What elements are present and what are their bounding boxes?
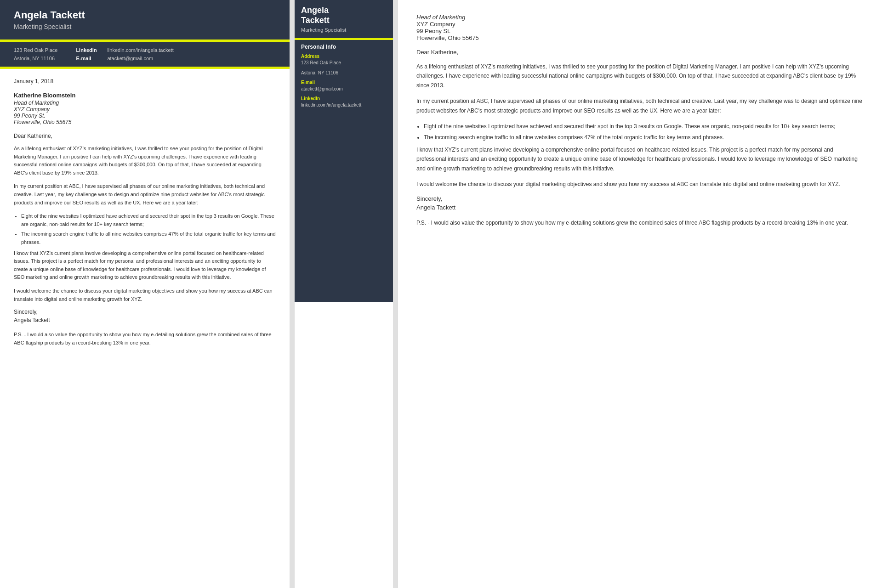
cover-bullet-2: The incoming search engine traffic to al… — [424, 133, 864, 142]
ps-text: P.S. - I would also value the opportunit… — [14, 331, 276, 347]
recipient-title: Head of Marketing — [14, 100, 276, 106]
cover-signature: Angela Tackett — [416, 204, 864, 211]
contact-address-line1: 123 Red Oak Place — [14, 47, 57, 53]
email-label: E-mail — [301, 80, 387, 85]
cover-letter-panel: Head of Marketing XYZ Company 99 Peony S… — [398, 0, 882, 588]
recipient-company: XYZ Company — [14, 106, 276, 113]
resume-contact-bar: 123 Red Oak Place Astoria, NY 11106 Link… — [0, 42, 290, 69]
paragraph-2: In my current position at ABC, I have su… — [14, 182, 276, 207]
resume-middle-panel: Angela Tackett Marketing Specialist Pers… — [294, 0, 393, 588]
contact-email: E-mail atackett@gmail.com — [76, 56, 173, 61]
middle-name-line2: Tackett — [301, 16, 387, 26]
recipient-block: Katherine Bloomstein Head of Marketing X… — [14, 92, 276, 125]
cover-ps: P.S. - I would also value the opportunit… — [416, 218, 864, 227]
address-value1: 123 Red Oak Place — [301, 60, 387, 66]
bullet-item-1: Eight of the nine websites I optimized h… — [21, 212, 276, 228]
signature: Angela Tackett — [14, 317, 276, 323]
resume-name: Angela Tackett — [0, 9, 276, 21]
personal-info-block: Personal Info Address 123 Red Oak Place … — [295, 40, 393, 119]
recipient-address1: 99 Peony St. — [14, 113, 276, 119]
recipient-name: Katherine Bloomstein — [14, 92, 276, 99]
cover-recipient-address2: Flowerville, Ohio 55675 — [416, 34, 864, 41]
middle-dark-photo-section — [295, 119, 393, 302]
letter-date: January 1, 2018 — [14, 78, 276, 85]
cover-paragraph-1: As a lifelong enthusiast of XYZ's market… — [416, 62, 864, 90]
email-label: E-mail — [76, 56, 103, 61]
cover-recipient-address1: 99 Peony St. — [416, 28, 864, 34]
cover-bullet-1: Eight of the nine websites I optimized h… — [424, 122, 864, 131]
paragraph-4: I would welcome the chance to discuss yo… — [14, 287, 276, 303]
resume-left-panel: Angela Tackett Marketing Specialist 123 … — [0, 0, 290, 588]
gap-1 — [290, 0, 294, 588]
contact-links-col: LinkedIn linkedin.com/in/angela.tackett … — [76, 47, 173, 61]
linkedin-value: linkedin.com/in/angela.tackett — [301, 102, 387, 108]
middle-name-line1: Angela — [301, 6, 387, 16]
email-value: atackett@gmail.com — [107, 56, 153, 61]
recipient-address2: Flowerville, Ohio 55675 — [14, 119, 276, 125]
linkedin-value: linkedin.com/in/angela.tackett — [107, 47, 173, 53]
linkedin-label: LinkedIn — [301, 96, 387, 101]
cover-recipient-name: Head of Marketing — [416, 14, 864, 21]
cover-recipient-company: XYZ Company — [416, 21, 864, 28]
cover-paragraph-2: In my current position at ABC, I have su… — [416, 96, 864, 115]
gap-2 — [393, 0, 398, 588]
personal-info-title: Personal Info — [301, 44, 387, 50]
paragraph-1: As a lifelong enthusiast of XYZ's market… — [14, 145, 276, 177]
cover-paragraph-4: I would welcome the chance to discuss yo… — [416, 180, 864, 189]
cover-closing: Sincerely, — [416, 195, 864, 202]
paragraph-3: I know that XYZ's current plans involve … — [14, 249, 276, 282]
middle-name: Angela Tackett — [301, 6, 387, 25]
salutation: Dear Katherine, — [14, 133, 276, 139]
middle-title: Marketing Specialist — [301, 27, 387, 33]
contact-linkedin: LinkedIn linkedin.com/in/angela.tackett — [76, 47, 173, 53]
contact-address-col: 123 Red Oak Place Astoria, NY 11106 — [14, 47, 57, 61]
bullet-item-2: The incoming search engine traffic to al… — [21, 230, 276, 246]
resume-title: Marketing Specialist — [0, 23, 276, 30]
closing: Sincerely, — [14, 309, 276, 315]
cover-recipient-block: Head of Marketing XYZ Company 99 Peony S… — [416, 14, 864, 41]
bullet-list: Eight of the nine websites I optimized h… — [21, 212, 276, 246]
email-value: atackett@gmail.com — [301, 86, 387, 92]
address-label: Address — [301, 54, 387, 59]
resume-body: January 1, 2018 Katherine Bloomstein Hea… — [0, 69, 290, 356]
resume-header: Angela Tackett Marketing Specialist — [0, 0, 290, 42]
address-value2: Astoria, NY 11106 — [301, 70, 387, 76]
middle-header: Angela Tackett Marketing Specialist — [295, 0, 393, 40]
cover-paragraph-3: I know that XYZ's current plans involve … — [416, 145, 864, 173]
cover-salutation: Dear Katherine, — [416, 49, 864, 56]
contact-address-line2: Astoria, NY 11106 — [14, 56, 57, 61]
cover-bullet-list: Eight of the nine websites I optimized h… — [424, 122, 864, 142]
linkedin-label: LinkedIn — [76, 47, 103, 53]
